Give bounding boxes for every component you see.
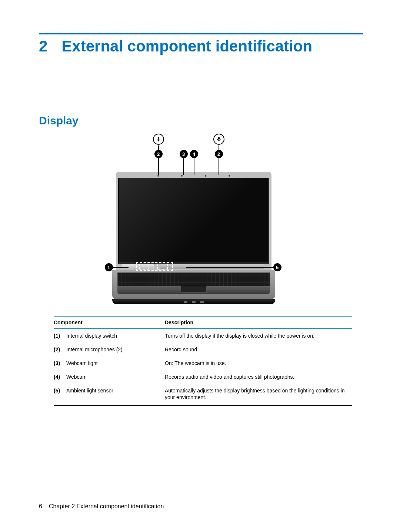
cell-num: (5): [54, 387, 66, 401]
chapter-heading: 2 External component identification: [39, 37, 363, 55]
callout-leader: [194, 158, 194, 175]
top-rule: [39, 33, 363, 34]
callout-leader: [113, 267, 129, 268]
footer-text: Chapter 2 External component identificat…: [49, 503, 164, 510]
front-port: [192, 301, 196, 303]
table-header-row: Component Description: [54, 317, 352, 329]
cell-desc: Turns off the display if the display is …: [165, 332, 352, 339]
laptop-lid: [116, 172, 271, 270]
cell-name: Webcam light: [66, 360, 165, 367]
cell-num: (4): [54, 374, 66, 381]
front-port: [184, 301, 187, 303]
bezel-dot: [229, 175, 230, 177]
microphone-icon: [153, 134, 164, 145]
table-bottom-rule: [54, 405, 352, 406]
diagram-container: 2 3 4 2 1 5: [39, 134, 363, 308]
table-row: (1) Internal display switch Turns off th…: [54, 329, 352, 343]
bezel-dot: [181, 175, 183, 177]
callout-5: 5: [273, 263, 281, 271]
table-header-description: Description: [165, 319, 352, 325]
cell-num: (2): [54, 346, 66, 353]
chapter-title: External component identification: [61, 37, 312, 55]
cell-name: Internal display switch: [66, 332, 165, 339]
table-row: (4) Webcam Records audio and video and c…: [54, 370, 352, 384]
chapter-number: 2: [39, 37, 47, 55]
cell-desc: Record sound.: [165, 346, 352, 353]
table-row: (3) Webcam light On: The webcam is in us…: [54, 357, 352, 370]
cell-name: Internal microphones (2): [66, 346, 165, 353]
microphone-icon: [213, 134, 224, 145]
touchpad: [181, 286, 207, 292]
laptop-base-outer: [116, 270, 271, 296]
component-table: Component Description (1) Internal displ…: [54, 316, 352, 404]
table-header-component: Component: [54, 319, 165, 325]
cell-num: (1): [54, 332, 66, 339]
front-edge: [112, 299, 275, 304]
bezel-dot: [157, 175, 159, 177]
cell-desc: Automatically adjusts the display bright…: [165, 387, 352, 401]
laptop-base: [112, 270, 275, 299]
callout-4: 4: [190, 150, 198, 158]
laptop-screen: [119, 178, 269, 263]
media-button-strip: [122, 264, 154, 269]
cell-desc: Records audio and video and captures sti…: [165, 374, 352, 381]
callout-1: 1: [105, 263, 113, 271]
laptop-keyboard: [117, 272, 270, 287]
cell-desc: On: The webcam is in use.: [165, 360, 352, 367]
front-port: [200, 301, 204, 303]
table-row: (5) Ambient light sensor Automatically a…: [54, 384, 352, 405]
cell-num: (3): [54, 360, 66, 367]
bezel-dot: [205, 175, 206, 177]
cell-name: Webcam: [66, 374, 165, 381]
hinge-strip: [160, 264, 264, 269]
laptop-illustration: [116, 172, 271, 296]
palm-rest: [117, 287, 270, 294]
table-row: (2) Internal microphones (2) Record soun…: [54, 343, 352, 357]
cell-name: Ambient light sensor: [66, 387, 165, 401]
callout-3: 3: [180, 150, 188, 158]
callout-leader: [186, 267, 273, 268]
page-footer: 6 Chapter 2 External component identific…: [39, 503, 164, 510]
page-number: 6: [39, 503, 42, 510]
callout-2: 2: [154, 150, 163, 158]
callout-2: 2: [215, 150, 223, 158]
callout-leader: [183, 158, 184, 175]
laptop-diagram: 2 3 4 2 1 5: [109, 134, 294, 308]
section-heading: Display: [39, 114, 363, 127]
